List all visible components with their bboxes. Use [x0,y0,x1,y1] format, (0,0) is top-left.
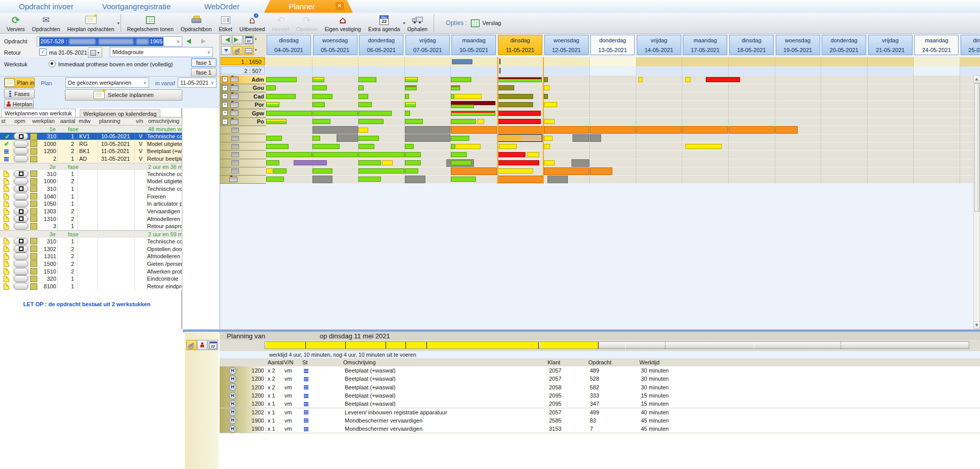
gantt-bar-y[interactable] [358,128,368,133]
gantt-bar-o[interactable] [544,94,548,99]
werkplan-row[interactable]: 13112Afmodelleren gieten /p... [0,253,182,260]
gantt-bar-y[interactable] [544,160,555,165]
resource-row-po[interactable] [266,118,980,127]
column-header-planning[interactable]: planning [98,117,135,125]
gantt-bar-g[interactable] [266,119,286,124]
day-wrench-button[interactable] [186,340,197,350]
tab-werkplannen-van-werkstuk[interactable]: Werkplannen van werkstuk [1,109,76,117]
gantt-bar-sel[interactable] [497,134,542,142]
gantt-bar-gb[interactable] [313,126,358,134]
toolbar-button-extra-agenda[interactable]: May22Extra agenda▾ [365,13,403,33]
gantt-bar-g[interactable] [313,111,358,116]
day-task-row[interactable]: H1200x 2vmBeetplaat (+waswal)205748930 m… [220,366,980,375]
gantt-bar-y[interactable] [544,119,555,124]
opdracht-combobox[interactable]: 2057-528 : 1965 ∨ [37,36,182,46]
opm-cell[interactable] [13,275,29,283]
werkplan-row[interactable]: 3201Eindcontrole [0,275,182,283]
gantt-bar-g[interactable] [313,94,333,99]
resource-gutter-por[interactable]: +Por [220,101,266,110]
day-column-header-werktijd[interactable]: Werktijd [639,359,660,365]
opm-cell[interactable] [13,140,29,147]
gantt-bar-g[interactable] [405,77,418,82]
opm-button[interactable] [14,238,28,245]
day-header-cell[interactable]: donderdag20-05-2021 [822,35,866,55]
resource-row-cad[interactable] [266,92,980,101]
toolbar-button-herplan-opdrachten[interactable]: Herplan opdrachten▾ [63,13,117,33]
subresource-gutter[interactable] [220,126,266,134]
gantt-bar-g[interactable] [358,102,372,107]
gantt-bar-g[interactable] [451,160,471,165]
fase-1-button-2[interactable]: fase 1 [191,68,217,77]
tab-weborder[interactable]: WebOrder [204,2,240,11]
gantt-bar-gb[interactable] [590,134,601,142]
opm-button[interactable] [14,245,28,253]
toolbar-button-ophalen[interactable]: Ophalen [403,13,431,33]
resource-row-gpw[interactable] [266,109,980,118]
subresource-row[interactable] [266,151,980,159]
gantt-bar-y[interactable] [455,94,482,99]
opm-button[interactable] [14,268,28,275]
opm-button[interactable] [14,260,28,267]
subresource-gutter[interactable] [220,142,266,151]
toolbar-button-uitbesteed[interactable]: ⌂Uitbesteed [236,13,269,33]
opm-cell[interactable] [13,170,29,178]
plan-select[interactable]: De gekozen werkplannen ∨ [65,78,149,88]
gantt-bar-g[interactable] [358,77,376,82]
gantt-bar-o[interactable] [544,77,548,82]
opm-cell[interactable] [13,133,29,140]
resource-row-gou[interactable] [266,84,980,93]
gantt-bar-g[interactable] [451,85,460,90]
gantt-bar-or[interactable] [729,126,775,134]
scroll-up-icon[interactable]: ▲ [974,76,979,83]
retour-checkbox[interactable]: ✓ [39,48,46,56]
toolbar-button-etiket[interactable]: Etiket [216,13,236,33]
gantt-bar-g[interactable] [358,136,379,141]
gantt-bar-g[interactable] [358,168,404,174]
day-task-row[interactable]: H1200x 2vmBeetplaat (+waswal)205858230 m… [220,383,980,392]
gantt-bar-g[interactable] [451,177,476,182]
opm-cell[interactable] [13,223,29,230]
gantt-bar-g[interactable] [405,94,409,99]
day-header-cell[interactable]: dinsdag04-05-2021 [267,35,311,55]
gantt-bar-g[interactable] [313,119,330,124]
gantt-bar-g[interactable] [451,119,476,124]
gantt-bar-pu[interactable] [294,160,326,165]
day-header-cell[interactable]: vrijdag21-05-2021 [868,35,913,55]
gantt-bar-y[interactable] [544,136,553,141]
opm-button[interactable] [14,275,28,282]
day-calendar-button[interactable]: 22 [208,340,218,350]
day-header-cell[interactable]: vrijdag14-05-2021 [637,35,681,55]
day-task-row[interactable]: H1900x 1vmMondbeschermer vervaardigen315… [220,425,980,433]
opm-button[interactable] [14,140,28,147]
gantt-bar-g[interactable] [358,119,384,124]
tab-werkplannen-op-kalenderdag[interactable]: Werkplannen op kalenderdag [80,109,160,117]
gantt-sort-button[interactable] [221,46,231,55]
gantt-bar-g[interactable] [358,85,364,90]
toolbar-button-opdrachtbon[interactable]: Opdrachtbon [177,13,216,33]
day-task-row[interactable]: H1900x 1vmMondbeschermer vervaardigen258… [220,416,980,425]
gantt-bar-y[interactable] [477,119,484,124]
opm-cell[interactable] [13,267,29,275]
gantt-bar-gb[interactable] [572,134,589,142]
close-tab-icon[interactable]: ✕ [336,2,344,10]
day-header-cell[interactable]: woensdag05-05-2021 [313,35,357,55]
gantt-bar-g[interactable] [266,160,279,165]
gantt-bar-y[interactable] [638,77,642,82]
opm-button[interactable] [14,223,28,230]
gantt-bar-g[interactable] [313,136,320,141]
gantt-bar-y[interactable] [685,144,722,149]
expand-icon[interactable]: + [222,77,228,82]
column-header-aantal[interactable]: aantal [58,117,78,125]
opm-button[interactable] [14,155,28,162]
gantt-bar-r[interactable] [706,77,740,82]
toolbar-button-eigen-vestiging[interactable]: ⌂Eigen vestiging [321,13,365,33]
next-order-button[interactable] [199,37,210,46]
opm-cell[interactable] [13,238,29,245]
werkplan-row[interactable]: 3101Technische controle/vrij... [0,185,182,193]
day-column-header-aantal[interactable]: Aantal [268,359,283,365]
opm-button[interactable] [14,283,28,290]
werkplan-row[interactable]: 12002BK111-05-2021VBeetplaat (+waswal) [0,147,182,155]
gantt-bar-y[interactable] [544,144,551,149]
gantt-bar-g[interactable] [405,160,421,165]
gantt-bar-gb[interactable] [337,134,358,142]
